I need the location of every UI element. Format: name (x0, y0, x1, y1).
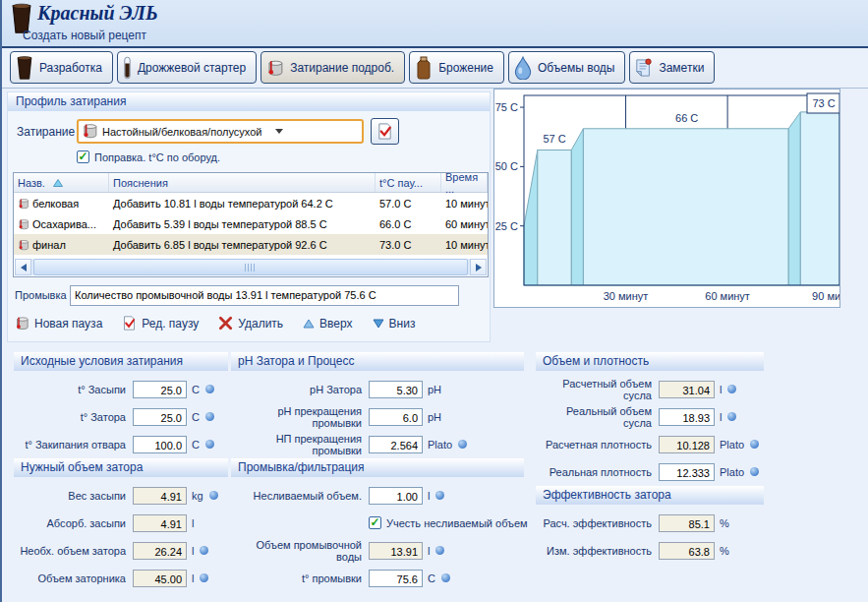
tab-label: Объемы воды (538, 61, 614, 75)
cell-text: 66.0 С (379, 218, 411, 230)
field-label: pH прекращения промывки (231, 405, 369, 429)
pause-temp-cell: 73.0 С (376, 239, 441, 251)
mash-pot-icon (18, 198, 29, 210)
correction-row: ✓ Поправка. t°C по оборуд. (77, 150, 220, 163)
tab-label: Разработка (39, 61, 102, 75)
app-window: Красный ЭЛЬ Создать новый рецепт Разрабо… (0, 0, 868, 602)
edit-pause-button[interactable]: Ред. паузу (122, 316, 199, 331)
table-row[interactable]: белковаяДобавить 10.81 l воды температур… (14, 193, 488, 213)
pause-name-cell: Осахарива... (14, 218, 109, 230)
value-field[interactable]: 5.30 (369, 381, 423, 398)
correction-checkbox[interactable]: ✓ (77, 150, 89, 163)
field-row: Расч. эффективность85.1% (536, 513, 764, 532)
field-row: t° Засыпи25.0C (14, 380, 228, 398)
field-label: pH Затора (231, 384, 369, 395)
value-field: 45.00 (133, 570, 187, 587)
value-field[interactable]: 12.333 (659, 463, 715, 481)
value-field: 85.1 (659, 514, 715, 532)
value-field[interactable]: 1.00 (369, 487, 423, 505)
cell-text: 60 минут (445, 218, 488, 230)
tab-water-volumes[interactable]: Объемы воды (508, 51, 625, 84)
column-header-label: Пояснения (113, 177, 168, 189)
unit-label: % (720, 545, 729, 557)
pause-note-cell: Добавить 10.81 l воды температурой 64.2 … (109, 198, 376, 210)
mash-profile-select[interactable]: Настойный/белковая/полусухой (77, 119, 364, 144)
delete-x-icon (218, 316, 233, 331)
field-label: Объем заторника (14, 572, 133, 584)
field-label: Изм. эффективность (536, 545, 659, 557)
fermenter-icon (415, 56, 433, 80)
tab-yeast-starter[interactable]: Дрожжевой стартер (117, 51, 257, 84)
scrollbar-thumb[interactable] (33, 259, 468, 275)
tab-mash-details[interactable]: Затирание подроб. (260, 51, 405, 84)
value-field[interactable]: 2.564 (369, 436, 423, 453)
delete-button[interactable]: Удалить (218, 316, 283, 331)
field-row: Изм. эффективность63.8% (536, 541, 764, 560)
section-volume-density: Объем и плотностьРасчетный объем сусла31… (536, 352, 764, 481)
unit-label: l (720, 384, 722, 395)
mash-pot-icon (15, 316, 29, 331)
tab-fermentation[interactable]: Брожение (409, 51, 504, 84)
new-recipe-link[interactable]: Создать новый рецепт (23, 29, 146, 42)
unit-label: l (192, 572, 194, 584)
horizontal-scrollbar[interactable] (15, 259, 487, 275)
move-up-button[interactable]: Вверх (303, 317, 352, 331)
tab-development[interactable]: Разработка (10, 51, 113, 84)
field-label: Необх. объем затора (14, 545, 133, 557)
field-label: Расчетный объем сусла (536, 378, 659, 401)
column-header[interactable]: Назв. (14, 173, 109, 192)
cell-text: Добавить 6.85 l воды температурой 92.6 С (113, 239, 327, 251)
table-row[interactable]: Осахарива...Добавить 5.39 l воды темпера… (14, 213, 488, 234)
move-down-button[interactable]: Вниз (373, 317, 416, 331)
info-dot-icon (727, 412, 736, 421)
value-field[interactable]: 25.0 (133, 381, 187, 398)
info-dot-icon (200, 573, 208, 582)
scroll-right-button[interactable] (470, 259, 487, 275)
mash-pot-icon (18, 239, 29, 251)
field-row: pH Затора5.30pH (231, 380, 524, 398)
value-field: 31.04 (659, 381, 715, 398)
field-row: t° промывки75.6C (231, 569, 524, 587)
section-header: Объем и плотность (536, 352, 764, 371)
unit-label: C (192, 439, 200, 451)
field-row: Расчетный объем сусла31.04l (536, 380, 764, 398)
value-field[interactable]: 6.0 (369, 408, 423, 426)
unit-label: C (428, 572, 435, 584)
column-header[interactable]: t°C пау... (376, 173, 441, 192)
pause-temp-cell: 57.0 С (376, 198, 441, 210)
unit-label: l (428, 545, 430, 557)
svg-text:30 минут: 30 минут (604, 290, 649, 302)
section-header: pH Затора и Процесс (231, 352, 524, 371)
tab-label: Брожение (438, 61, 493, 75)
svg-text:66 C: 66 C (675, 112, 698, 124)
value-field[interactable]: 25.0 (133, 408, 187, 426)
field-label: Реальная плотность (536, 466, 659, 478)
info-dot-icon (441, 573, 450, 582)
correction-checkbox-label: Поправка. t°C по оборуд. (94, 151, 220, 163)
edit-profile-button[interactable] (371, 118, 399, 145)
value-field[interactable]: 18.93 (659, 408, 715, 426)
value-field[interactable]: 75.6 (369, 570, 423, 587)
value-field[interactable]: 100.0 (133, 436, 187, 453)
tab-label: Дрожжевой стартер (138, 61, 246, 75)
field-row: Реальная плотность12.333Plato (536, 462, 764, 481)
tab-notes[interactable]: Заметки (629, 51, 715, 84)
notes-icon (635, 56, 653, 80)
column-header[interactable]: Пояснения (109, 173, 376, 192)
scrollbar-grip (245, 264, 257, 271)
section-required-mash-volume: Нужный объем затораВес засыпи4.91kgАбсор… (14, 458, 228, 587)
mash-pot-icon (82, 123, 98, 141)
unit-label: pH (428, 384, 441, 395)
include-deadspace-checkbox[interactable]: ✓ (369, 516, 381, 529)
table-row[interactable]: финалДобавить 6.85 l воды температурой 9… (14, 234, 488, 255)
pause-time-cell: 10 минут (441, 239, 488, 251)
unit-label: Plato (428, 439, 452, 451)
mash-steps-table: Назв.Поясненияt°C пау...Время ... белков… (13, 172, 489, 277)
new-pause-button[interactable]: Новая пауза (15, 316, 102, 331)
column-header[interactable]: Время ... (441, 173, 488, 192)
section-header-mash-profile: Профиль затирания (8, 92, 490, 111)
scroll-left-button[interactable] (15, 259, 31, 275)
field-row: t° Затора25.0C (14, 407, 228, 426)
cell-text: 57.0 С (379, 198, 411, 210)
unit-label: l (720, 411, 722, 423)
